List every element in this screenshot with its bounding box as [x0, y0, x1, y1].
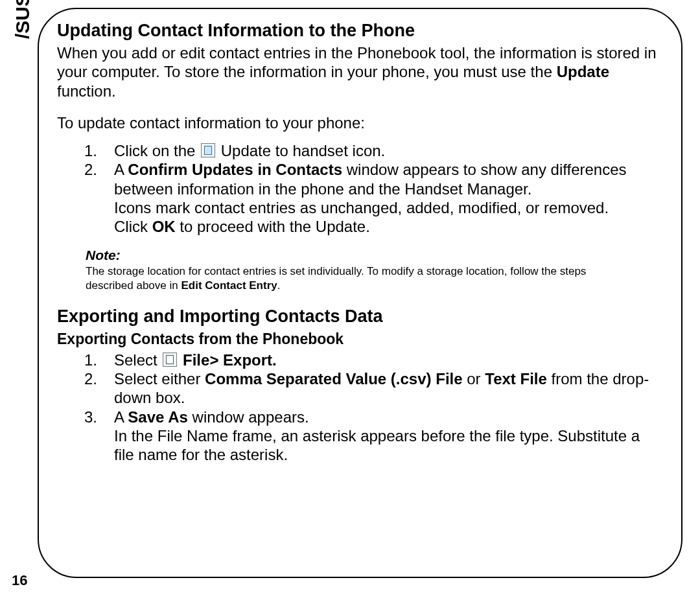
brand-text: /SUS	[12, 0, 33, 39]
list-item: 1. Click on the Update to handset icon.	[57, 141, 666, 160]
item-body: Select File> Export.	[114, 351, 666, 369]
text-mid: or	[463, 370, 485, 388]
l1-bold: Confirm Updates in Contacts	[128, 161, 342, 178]
section1-list: 1. Click on the Update to handset icon. …	[57, 141, 666, 236]
item-number: 2.	[57, 160, 114, 236]
text-pre: Select either	[114, 370, 205, 388]
section1-lead: To update contact information to your ph…	[57, 113, 666, 132]
item-body: A Confirm Updates in Contacts window app…	[114, 160, 666, 236]
text-post: Update to handset icon.	[216, 142, 385, 159]
section2-subheading: Exporting Contacts from the Phonebook	[57, 330, 666, 348]
note-label: Note:	[86, 248, 666, 263]
item3-line1: A Save As window appears.	[114, 408, 663, 426]
item-number: 1.	[57, 141, 114, 160]
item-body: A Save As window appears. In the File Na…	[114, 408, 666, 465]
section2-heading: Exporting and Importing Contacts Data	[57, 307, 666, 327]
note-pre: The storage location for contact entries…	[86, 265, 586, 291]
item-number: 3.	[57, 408, 114, 465]
text-pre: Click on the	[114, 142, 200, 159]
l1-pre: A	[114, 161, 128, 178]
l1-pre: A	[114, 408, 128, 426]
item2-line2: Icons mark contact entries as unchanged,…	[114, 198, 663, 217]
file-icon	[163, 353, 177, 367]
note-text: The storage location for contact entries…	[86, 264, 630, 292]
text-bold: File> Export.	[178, 351, 276, 369]
intro-bold: Update	[557, 63, 609, 80]
item2-line1: A Confirm Updates in Contacts window app…	[114, 160, 663, 198]
list-item: 3. A Save As window appears. In the File…	[57, 408, 666, 465]
l3-post: to proceed with the Update.	[176, 218, 370, 235]
intro-post: function.	[57, 82, 116, 100]
handset-icon	[201, 143, 215, 157]
text-bold1: Comma Separated Value (.csv) File	[205, 370, 463, 388]
note-bold: Edit Contact Entry	[181, 279, 277, 292]
list-item: 2. A Confirm Updates in Contacts window …	[57, 160, 666, 236]
list-item: 2. Select either Comma Separated Value (…	[57, 369, 666, 408]
text-pre: Select	[114, 351, 161, 369]
brand-logo: /SUS®	[12, 0, 34, 39]
item3-line2: In the File Name frame, an asterisk appe…	[114, 426, 663, 465]
document-page: /SUS® Updating Contact Information to th…	[0, 0, 700, 602]
item2-line3: Click OK to proceed with the Update.	[114, 217, 663, 236]
section2-list: 1. Select File> Export. 2. Select either…	[57, 351, 666, 465]
note-block: Note: The storage location for contact e…	[86, 248, 666, 292]
content-frame: Updating Contact Information to the Phon…	[38, 8, 682, 578]
l1-bold: Save As	[128, 408, 188, 426]
section1-intro: When you add or edit contact entries in …	[57, 43, 666, 100]
l3-bold: OK	[152, 218, 176, 235]
item-number: 2.	[57, 369, 114, 408]
section1-heading: Updating Contact Information to the Phon…	[57, 21, 666, 41]
item-number: 1.	[57, 351, 114, 369]
item-body: Select either Comma Separated Value (.cs…	[114, 369, 666, 408]
text-bold2: Text File	[485, 370, 547, 388]
l1-post: window appears.	[188, 408, 309, 426]
page-number: 16	[12, 572, 27, 589]
l3-pre: Click	[114, 218, 152, 235]
item-body: Click on the Update to handset icon.	[114, 141, 666, 160]
list-item: 1. Select File> Export.	[57, 351, 666, 369]
note-post: .	[277, 279, 281, 292]
